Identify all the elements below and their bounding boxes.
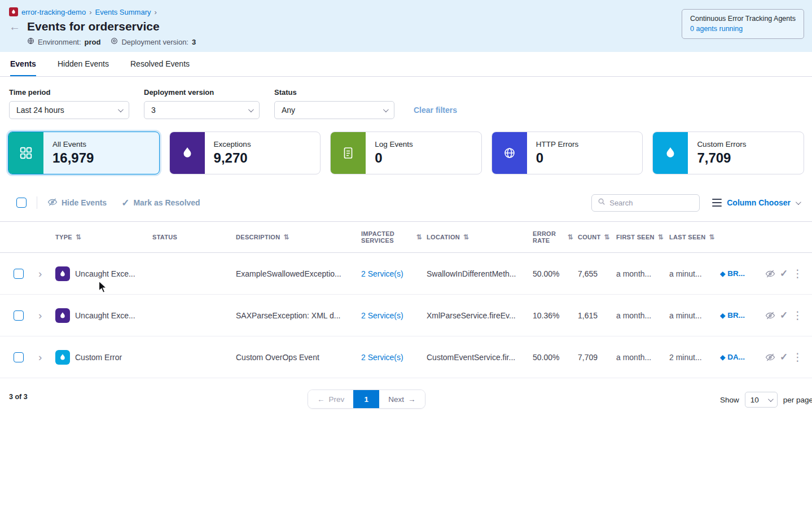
agents-panel[interactable]: Continuous Error Tracking Agents 0 agent…: [682, 9, 804, 39]
time-period-select[interactable]: Last 24 hours: [9, 101, 129, 119]
sort-icon[interactable]: ⇅: [604, 233, 610, 241]
card-label: Log Events: [375, 140, 413, 148]
deployment-value: 3: [192, 38, 196, 46]
impacted-services-link[interactable]: 2 Service(s): [361, 269, 403, 278]
resolve-event-icon[interactable]: ✓: [780, 351, 788, 363]
time-period-value: Last 24 hours: [16, 106, 64, 115]
select-all-checkbox[interactable]: [16, 198, 27, 208]
environment-icon: [27, 37, 34, 46]
column-header-count: COUNT ⇅: [578, 233, 616, 241]
chevron-down-icon: [118, 107, 124, 112]
card-label: Exceptions: [214, 140, 251, 148]
description-cell: SAXParseException: XML d...: [236, 311, 361, 320]
search-icon: [598, 198, 605, 208]
deployment-meta: Deployment version: 3: [111, 37, 196, 46]
agents-running-link[interactable]: 0 agents running: [690, 25, 796, 33]
column-chooser-button[interactable]: Column Chooser: [712, 198, 800, 207]
impacted-services-link[interactable]: 2 Service(s): [361, 353, 403, 362]
search-input[interactable]: [609, 199, 694, 207]
breadcrumb-project-link[interactable]: error-tracking-demo: [21, 8, 86, 16]
expand-row-icon[interactable]: ›: [36, 310, 42, 321]
back-arrow-icon[interactable]: ←: [9, 21, 23, 32]
row-menu-icon[interactable]: ⋮: [792, 267, 803, 280]
expand-row-icon[interactable]: ›: [36, 352, 42, 362]
last-seen-cell: 2 minut...: [669, 353, 720, 362]
tab-events[interactable]: Events: [10, 52, 36, 76]
status-label: Status: [274, 88, 394, 97]
row-checkbox[interactable]: [14, 310, 24, 321]
table-footer: 3 of 3 ← Prev 1 Next → Show 10 per page: [0, 388, 812, 409]
prev-arrow-icon: ←: [317, 395, 325, 404]
hide-events-button[interactable]: Hide Events: [47, 197, 107, 209]
card-custom-errors[interactable]: Custom Errors 7,709: [652, 132, 804, 174]
flame-icon: [170, 132, 205, 174]
sort-icon[interactable]: ⇅: [416, 233, 422, 241]
deployment-version-select[interactable]: 3: [144, 101, 260, 119]
clear-filters-button[interactable]: Clear filters: [414, 106, 457, 115]
table-header: TYPE ⇅ STATUS DESCRIPTION ⇅ IMPACTED SER…: [0, 221, 812, 253]
tab-hidden-events[interactable]: Hidden Events: [58, 52, 109, 76]
custom-error-flame-icon: [55, 350, 70, 365]
ticket-tag-link[interactable]: ◆ BR...: [720, 269, 764, 278]
exception-flame-icon: [55, 266, 70, 281]
last-seen-cell: a minut...: [669, 311, 720, 320]
row-checkbox[interactable]: [14, 269, 24, 279]
page-header: error-tracking-demo › Events Summary › ←…: [0, 0, 812, 52]
row-menu-icon[interactable]: ⋮: [792, 309, 803, 322]
deployment-label: Deployment version:: [121, 38, 188, 46]
chevron-down-icon: [383, 107, 389, 112]
card-all-events[interactable]: All Events 16,979: [8, 132, 160, 174]
agents-panel-title: Continuous Error Tracking Agents: [690, 15, 796, 23]
row-menu-icon[interactable]: ⋮: [792, 351, 803, 364]
type-cell: Uncaught Exce...: [55, 266, 152, 281]
per-page-select[interactable]: 10: [745, 392, 778, 408]
card-value: 16,979: [52, 150, 94, 166]
sort-icon[interactable]: ⇅: [463, 233, 469, 241]
table-row: › Uncaught Exce... SAXParseException: XM…: [0, 295, 812, 336]
breadcrumb-separator: ›: [89, 8, 91, 16]
description-cell: ExampleSwallowedExceptio...: [236, 269, 361, 278]
tab-resolved-events[interactable]: Resolved Events: [130, 52, 190, 76]
ticket-tag-link[interactable]: ◆ DA...: [720, 353, 764, 361]
ticket-tag-link[interactable]: ◆ BR...: [720, 311, 764, 320]
hide-event-icon[interactable]: [765, 352, 775, 362]
filter-bar: Time period Last 24 hours Deployment ver…: [0, 77, 812, 119]
chevron-down-icon: [248, 107, 254, 112]
card-value: 7,709: [697, 150, 746, 166]
impacted-services-link[interactable]: 2 Service(s): [361, 311, 403, 320]
prev-page-button[interactable]: ← Prev: [308, 390, 353, 408]
mark-resolved-button[interactable]: ✓ Mark as Resolved: [121, 197, 200, 209]
card-http-errors[interactable]: HTTP Errors 0: [491, 132, 643, 174]
location-cell: SwallowInDifferentMeth...: [427, 269, 533, 278]
sort-icon[interactable]: ⇅: [76, 233, 81, 241]
column-header-last-seen: LAST SEEN ⇅: [669, 233, 720, 241]
breadcrumb-page-link[interactable]: Events Summary: [95, 8, 151, 16]
per-page-control: Show 10 per page: [720, 392, 812, 408]
row-checkbox[interactable]: [14, 352, 24, 362]
sort-icon[interactable]: ⇅: [658, 233, 664, 241]
card-log-events[interactable]: Log Events 0: [330, 132, 482, 174]
expand-row-icon[interactable]: ›: [36, 268, 42, 279]
page-number-button[interactable]: 1: [353, 390, 379, 408]
diamond-icon: ◆: [720, 270, 725, 278]
column-header-status: STATUS: [152, 234, 236, 240]
toolbar-divider: [37, 196, 37, 209]
column-header-description: DESCRIPTION ⇅: [236, 233, 361, 241]
next-page-button[interactable]: Next →: [379, 390, 424, 408]
hide-event-icon[interactable]: [765, 310, 775, 321]
error-rate-cell: 50.00%: [533, 353, 578, 362]
status-select[interactable]: Any: [274, 101, 394, 119]
sort-icon[interactable]: ⇅: [568, 233, 573, 241]
stat-cards: All Events 16,979 Exceptions 9,270 Log E…: [0, 132, 812, 174]
sort-icon[interactable]: ⇅: [709, 233, 714, 241]
sort-icon[interactable]: ⇅: [283, 233, 289, 241]
resolve-event-icon[interactable]: ✓: [780, 268, 788, 279]
type-cell: Custom Error: [55, 350, 152, 365]
columns-icon: [712, 199, 722, 207]
document-icon: [331, 132, 366, 174]
error-rate-cell: 50.00%: [533, 269, 578, 278]
diamond-icon: ◆: [720, 312, 725, 320]
card-exceptions[interactable]: Exceptions 9,270: [169, 132, 321, 174]
resolve-event-icon[interactable]: ✓: [780, 309, 788, 321]
hide-event-icon[interactable]: [765, 269, 775, 279]
